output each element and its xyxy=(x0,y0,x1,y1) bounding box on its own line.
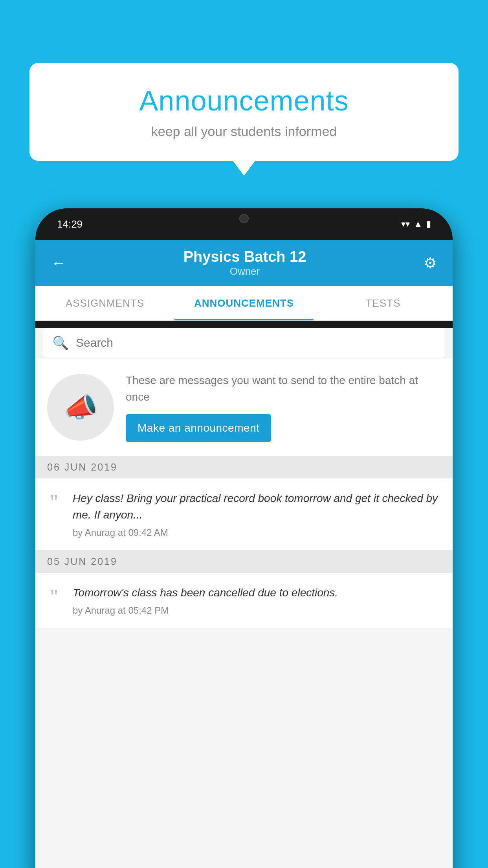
phone-content: 🔍 📣 These are messages you want to send … xyxy=(35,328,453,868)
phone-wrapper: 14:29 ▾▾ ▲ ▮ ← Physics Batch 12 Owner ⚙ … xyxy=(35,208,453,868)
header-title: Physics Batch 12 xyxy=(183,248,306,265)
header-subtitle: Owner xyxy=(183,265,306,278)
gear-icon[interactable]: ⚙ xyxy=(424,254,437,272)
app-header: ← Physics Batch 12 Owner ⚙ xyxy=(35,240,453,286)
phone-camera xyxy=(239,214,249,223)
status-bar: 14:29 ▾▾ ▲ ▮ xyxy=(35,208,453,240)
battery-icon: ▮ xyxy=(426,219,431,229)
announcement-promo: 📣 These are messages you want to send to… xyxy=(35,359,453,456)
megaphone-icon: 📣 xyxy=(64,391,98,423)
date-separator-2: 05 JUN 2019 xyxy=(35,550,453,573)
wifi-icon: ▾▾ xyxy=(401,219,410,229)
phone-notch xyxy=(209,208,279,229)
quote-icon-2: " xyxy=(43,587,65,607)
announcement-item-1: " Hey class! Bring your practical record… xyxy=(35,478,453,550)
signal-icon: ▲ xyxy=(414,219,422,229)
announcement-item-2: " Tomorrow's class has been cancelled du… xyxy=(35,573,453,628)
announcement-text-2: Tomorrow's class has been cancelled due … xyxy=(73,585,441,601)
announcement-text-1: Hey class! Bring your practical record b… xyxy=(73,490,441,523)
announcement-content-2: Tomorrow's class has been cancelled due … xyxy=(73,585,441,616)
search-icon: 🔍 xyxy=(52,335,69,351)
back-button[interactable]: ← xyxy=(51,255,66,272)
tab-assignments[interactable]: ASSIGNMENTS xyxy=(35,286,174,320)
promo-right: These are messages you want to send to t… xyxy=(126,372,441,442)
speech-bubble: Announcements keep all your students inf… xyxy=(29,63,459,161)
header-center: Physics Batch 12 Owner xyxy=(183,248,306,278)
tab-tests[interactable]: TESTS xyxy=(314,286,453,320)
announcement-author-1: by Anurag at 09:42 AM xyxy=(73,527,441,538)
speech-bubble-container: Announcements keep all your students inf… xyxy=(29,63,459,161)
bubble-subtitle: keep all your students informed xyxy=(53,124,435,139)
bubble-title: Announcements xyxy=(53,85,435,117)
quote-icon-1: " xyxy=(43,492,65,513)
tab-announcements[interactable]: ANNOUNCEMENTS xyxy=(174,286,314,320)
status-time: 14:29 xyxy=(57,218,83,230)
announcement-author-2: by Anurag at 05:42 PM xyxy=(73,605,441,616)
make-announcement-button[interactable]: Make an announcement xyxy=(126,414,271,442)
search-container: 🔍 xyxy=(42,328,446,358)
status-icons: ▾▾ ▲ ▮ xyxy=(401,219,431,229)
tabs-bar: ASSIGNMENTS ANNOUNCEMENTS TESTS xyxy=(35,286,453,321)
promo-text: These are messages you want to send to t… xyxy=(126,372,441,405)
announcement-content-1: Hey class! Bring your practical record b… xyxy=(73,490,441,538)
phone: 14:29 ▾▾ ▲ ▮ ← Physics Batch 12 Owner ⚙ … xyxy=(35,208,453,868)
date-separator-1: 06 JUN 2019 xyxy=(35,456,453,478)
megaphone-circle: 📣 xyxy=(47,374,114,441)
search-input[interactable] xyxy=(76,336,436,349)
